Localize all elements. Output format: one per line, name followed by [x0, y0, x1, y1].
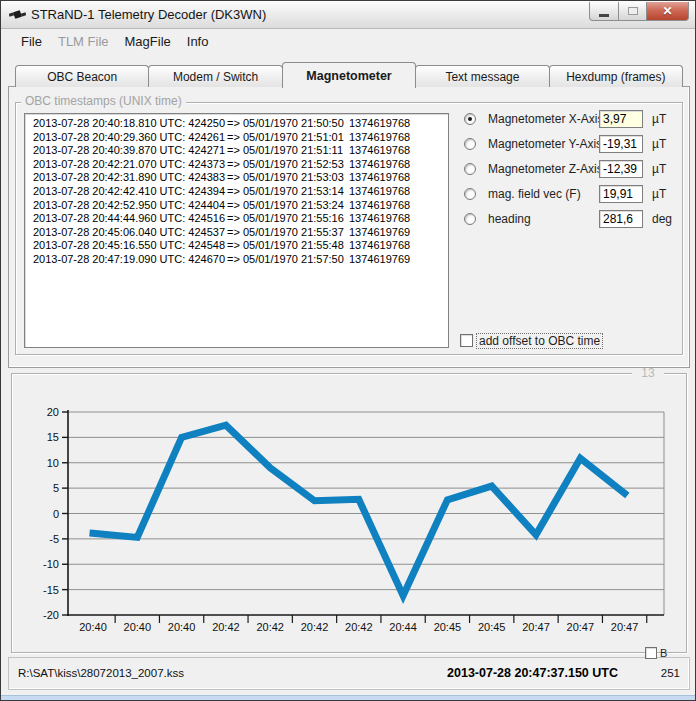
- reading-unit-label: deg: [652, 212, 672, 226]
- converted-time-cell: => 05/01/1970 21:55:16: [227, 212, 349, 226]
- add-offset-label[interactable]: add offset to OBC time: [476, 333, 603, 349]
- menu-item-file[interactable]: File: [13, 31, 50, 52]
- obc-time-cell: 2013-07-28 20:42:42.410 UTC: 424394: [33, 185, 227, 199]
- add-offset-checkbox-row: add offset to OBC time: [460, 331, 603, 347]
- obc-timestamp-row[interactable]: 2013-07-28 20:40:18.810 UTC: 424250=> 05…: [33, 117, 448, 131]
- reading-value-field[interactable]: -19,31: [599, 135, 643, 153]
- svg-text:20:42: 20:42: [301, 621, 329, 633]
- converted-time-cell: => 05/01/1970 21:55:48: [227, 239, 349, 253]
- close-button[interactable]: ✕: [647, 2, 689, 21]
- menu-item-info[interactable]: Info: [179, 31, 217, 52]
- chart-groupbox: 20151050-5-10-15-2020:4020:4020:4020:422…: [11, 373, 687, 653]
- obc-timestamps-list[interactable]: 2013-07-28 20:40:18.810 UTC: 424250=> 05…: [24, 113, 449, 348]
- status-counter: 251: [661, 667, 680, 679]
- chart-count-badge: 13: [632, 367, 664, 380]
- reading-label[interactable]: Magnetometer X-Axis: [488, 112, 603, 126]
- reading-row-mag-field-vec-f-: mag. field vec (F)19,91µT: [456, 184, 681, 204]
- menu-item-tlm-file: TLM File: [50, 31, 117, 52]
- tab-page-magnetometer: OBC timestamps (UNIX time) 2013-07-28 20…: [8, 86, 690, 368]
- radio-mag-field-vec-f-[interactable]: [464, 188, 476, 200]
- b-checkbox-label: B: [660, 647, 667, 659]
- close-icon: ✕: [662, 4, 672, 18]
- tab-obc-beacon[interactable]: OBC Beacon: [15, 65, 149, 87]
- obc-timestamp-row[interactable]: 2013-07-28 20:42:42.410 UTC: 424394=> 05…: [33, 185, 448, 199]
- reading-value-field[interactable]: -12,39: [599, 160, 643, 178]
- tab-strip: OBC BeaconModem / SwitchMagnetometerText…: [15, 64, 682, 87]
- b-checkbox-row: B: [645, 643, 667, 661]
- obc-time-cell: 2013-07-28 20:42:31.890 UTC: 424383: [33, 171, 227, 185]
- converted-time-cell: => 05/01/1970 21:55:37: [227, 226, 349, 240]
- obc-time-cell: 2013-07-28 20:40:29.360 UTC: 424261: [33, 131, 227, 145]
- maximize-button[interactable]: [619, 2, 647, 21]
- epoch-cell: 1374619768: [349, 117, 448, 131]
- epoch-cell: 1374619768: [349, 171, 448, 185]
- obc-time-cell: 2013-07-28 20:45:16.550 UTC: 424548: [33, 239, 227, 253]
- svg-text:20: 20: [47, 406, 59, 418]
- reading-value-field[interactable]: 19,91: [599, 185, 643, 203]
- epoch-cell: 1374619768: [349, 131, 448, 145]
- reading-row-magnetometer-x-axis: Magnetometer X-Axis3,97µT: [456, 109, 681, 129]
- reading-unit-label: µT: [652, 137, 666, 151]
- reading-label[interactable]: heading: [488, 212, 531, 226]
- epoch-cell: 1374619768: [349, 185, 448, 199]
- reading-unit-label: µT: [652, 162, 666, 176]
- radio-magnetometer-y-axis[interactable]: [464, 138, 476, 150]
- converted-time-cell: => 05/01/1970 21:51:01: [227, 131, 349, 145]
- reading-row-magnetometer-y-axis: Magnetometer Y-Axis-19,31µT: [456, 134, 681, 154]
- obc-time-cell: 2013-07-28 20:42:52.950 UTC: 424404: [33, 199, 227, 213]
- add-offset-checkbox[interactable]: [460, 334, 473, 347]
- obc-timestamps-caption: OBC timestamps (UNIX time): [21, 95, 186, 108]
- svg-text:5: 5: [53, 482, 59, 494]
- satellite-app-icon: [9, 7, 26, 22]
- obc-timestamp-row[interactable]: 2013-07-28 20:44:44.960 UTC: 424516=> 05…: [33, 212, 448, 226]
- svg-text:20:42: 20:42: [256, 621, 284, 633]
- tab-text-message[interactable]: Text message: [415, 65, 549, 87]
- radio-magnetometer-z-axis[interactable]: [464, 163, 476, 175]
- window-border-bottom: [1, 695, 695, 700]
- tab-hexdump-frames-[interactable]: Hexdump (frames): [549, 65, 683, 87]
- svg-text:20:44: 20:44: [389, 621, 417, 633]
- obc-timestamp-row[interactable]: 2013-07-28 20:40:29.360 UTC: 424261=> 05…: [33, 131, 448, 145]
- svg-text:10: 10: [47, 457, 59, 469]
- reading-label[interactable]: Magnetometer Z-Axis: [488, 162, 603, 176]
- obc-timestamp-row[interactable]: 2013-07-28 20:45:16.550 UTC: 424548=> 05…: [33, 239, 448, 253]
- titlebar[interactable]: STRaND-1 Telemetry Decoder (DK3WN) ✕: [1, 1, 695, 29]
- reading-value-field[interactable]: 3,97: [599, 110, 643, 128]
- tab-modem-switch[interactable]: Modem / Switch: [148, 65, 282, 87]
- reading-label[interactable]: Magnetometer Y-Axis: [488, 137, 602, 151]
- svg-text:20:42: 20:42: [212, 621, 240, 633]
- chart-data-line: [93, 425, 625, 596]
- obc-timestamp-row[interactable]: 2013-07-28 20:42:31.890 UTC: 424383=> 05…: [33, 171, 448, 185]
- status-file-path: R:\SAT\kiss\28072013_2007.kss: [18, 667, 184, 679]
- radio-magnetometer-x-axis[interactable]: [464, 113, 476, 125]
- epoch-cell: 1374619769: [349, 253, 448, 267]
- caption-buttons: ✕: [589, 2, 689, 21]
- obc-timestamp-row[interactable]: 2013-07-28 20:42:52.950 UTC: 424404=> 05…: [33, 199, 448, 213]
- status-timestamp: 2013-07-28 20:47:37.150 UTC: [447, 666, 618, 680]
- obc-time-cell: 2013-07-28 20:42:21.070 UTC: 424373: [33, 158, 227, 172]
- reading-unit-label: µT: [652, 112, 666, 126]
- epoch-cell: 1374619768: [349, 199, 448, 213]
- minimize-button[interactable]: [589, 2, 619, 21]
- svg-text:20:45: 20:45: [478, 621, 506, 633]
- reading-value-field[interactable]: 281,6: [599, 210, 643, 228]
- reading-label[interactable]: mag. field vec (F): [488, 187, 581, 201]
- statusbar: R:\SAT\kiss\28072013_2007.kss 2013-07-28…: [8, 657, 690, 690]
- svg-text:0: 0: [53, 508, 59, 520]
- radio-heading[interactable]: [464, 213, 476, 225]
- app-window: STRaND-1 Telemetry Decoder (DK3WN) ✕ Fil…: [0, 0, 696, 701]
- obc-timestamp-row[interactable]: 2013-07-28 20:45:06.040 UTC: 424537=> 05…: [33, 226, 448, 240]
- obc-timestamp-row[interactable]: 2013-07-28 20:42:21.070 UTC: 424373=> 05…: [33, 158, 448, 172]
- obc-timestamp-row[interactable]: 2013-07-28 20:40:39.870 UTC: 424271=> 05…: [33, 144, 448, 158]
- svg-text:20:45: 20:45: [434, 621, 462, 633]
- b-checkbox[interactable]: [645, 647, 657, 659]
- reading-row-heading: heading281,6deg: [456, 209, 681, 229]
- svg-text:20:47: 20:47: [611, 621, 639, 633]
- obc-time-cell: 2013-07-28 20:44:44.960 UTC: 424516: [33, 212, 227, 226]
- svg-text:-15: -15: [43, 584, 59, 596]
- svg-text:20:40: 20:40: [124, 621, 152, 633]
- menu-item-magfile[interactable]: MagFile: [117, 31, 179, 52]
- obc-timestamp-row[interactable]: 2013-07-28 20:47:19.090 UTC: 424670=> 05…: [33, 253, 448, 267]
- converted-time-cell: => 05/01/1970 21:52:53: [227, 158, 349, 172]
- tab-magnetometer[interactable]: Magnetometer: [282, 62, 416, 88]
